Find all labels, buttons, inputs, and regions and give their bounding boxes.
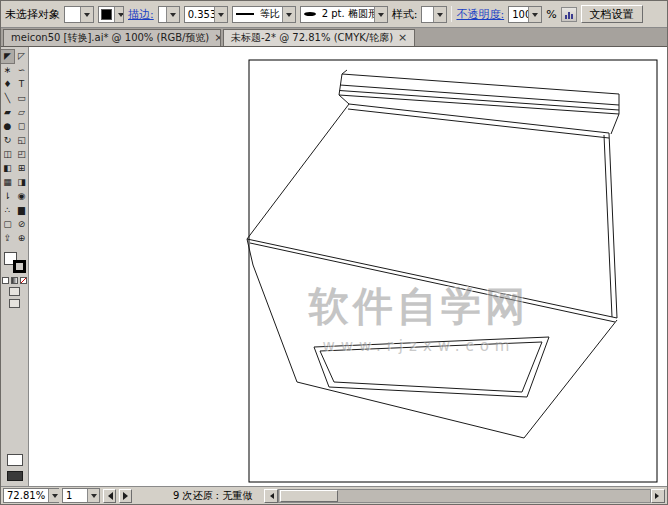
magic-wand-tool[interactable]: ∗ xyxy=(1,64,14,77)
stroke-profile-combo[interactable]: 等比 xyxy=(232,6,296,23)
artwork-wireframe xyxy=(29,47,667,486)
zoom-tool[interactable]: ⊕ xyxy=(15,232,28,245)
dropdown-arrow-icon[interactable] xyxy=(433,7,446,22)
stroke-weight-value: 0.353 xyxy=(185,9,214,20)
paintbrush-tool[interactable]: ▰ xyxy=(1,106,14,119)
line-tool[interactable]: ╲ xyxy=(1,92,14,105)
opacity-combo[interactable]: 100 xyxy=(508,6,542,23)
percent-sign: % xyxy=(546,8,556,21)
shape-builder-tool[interactable]: ◧ xyxy=(1,162,14,175)
tab-label: 未标题-2* @ 72.81% (CMYK/轮廓) xyxy=(231,31,393,45)
change-screen-mode-button[interactable] xyxy=(7,471,23,481)
toolbar-bottom xyxy=(7,454,23,481)
color-button[interactable] xyxy=(2,277,9,284)
fill-stroke-widget xyxy=(4,252,26,273)
right-arrow-icon xyxy=(123,492,132,500)
lasso-tool[interactable]: ∽ xyxy=(15,64,28,77)
horizontal-scrollbar[interactable] xyxy=(264,489,665,503)
rotate-tool[interactable]: ↻ xyxy=(1,134,14,147)
stroke-panel-link[interactable]: 描边: xyxy=(128,7,154,22)
preset-combo[interactable] xyxy=(64,6,94,23)
free-transform-tool[interactable]: ◰ xyxy=(15,148,28,161)
artboard-value: 1 xyxy=(63,490,87,501)
draw-mode-button[interactable] xyxy=(9,287,20,296)
illustrator-window: 未选择对象 描边: 0.353 等比 2 pt. 椭圆形 样式: xyxy=(0,0,668,505)
selection-status: 未选择对象 xyxy=(5,7,60,22)
dropdown-arrow-icon[interactable] xyxy=(80,7,93,22)
symbol-sprayer-tool[interactable]: ∴ xyxy=(1,204,14,217)
wireframe-object[interactable] xyxy=(247,70,619,438)
color-swatch[interactable] xyxy=(7,454,23,466)
bar-icon xyxy=(568,12,570,19)
zoom-combo[interactable]: 72.81% xyxy=(3,488,59,503)
scrollbar-thumb[interactable] xyxy=(280,490,338,502)
dropdown-arrow-icon[interactable] xyxy=(114,7,124,22)
artboard-nav-combo[interactable]: 1 xyxy=(62,488,100,503)
screen-mode-button[interactable] xyxy=(9,299,20,308)
control-bar: 未选择对象 描边: 0.353 等比 2 pt. 椭圆形 样式: xyxy=(1,1,667,28)
stroke-color-combo[interactable] xyxy=(158,6,180,23)
pen-tool[interactable]: ♦ xyxy=(1,78,14,91)
canvas[interactable]: 软件自学网 www.rjzxw.com xyxy=(29,47,667,486)
direct-selection-tool[interactable]: ◸ xyxy=(15,50,28,63)
tab-label: meicon50 [转换].ai* @ 100% (RGB/预览) xyxy=(11,31,209,45)
eraser-tool[interactable]: ◻ xyxy=(15,120,28,133)
rectangle-tool[interactable]: ▭ xyxy=(15,92,28,105)
type-tool[interactable]: T xyxy=(15,78,28,91)
gradient-button[interactable] xyxy=(11,277,18,284)
prev-artboard-button[interactable] xyxy=(103,489,116,503)
next-artboard-button[interactable] xyxy=(119,489,132,503)
document-setup-button[interactable]: 文档设置 xyxy=(581,5,643,23)
stroke-profile-value: 等比 xyxy=(257,7,282,21)
zoom-value: 72.81% xyxy=(4,490,48,501)
document-tab-bar: meicon50 [转换].ai* @ 100% (RGB/预览) × 未标题-… xyxy=(1,28,667,47)
scroll-left-button[interactable] xyxy=(264,489,278,503)
dropdown-arrow-icon[interactable] xyxy=(166,7,179,22)
dropdown-arrow-icon[interactable] xyxy=(282,7,295,22)
paint-mode-row xyxy=(2,277,27,284)
gradient-tool[interactable]: ◨ xyxy=(15,176,28,189)
select-similar-icon[interactable] xyxy=(561,7,577,22)
blob-brush-tool[interactable]: ● xyxy=(1,120,14,133)
brush-preview-icon xyxy=(304,12,316,16)
dropdown-arrow-icon[interactable] xyxy=(214,7,227,22)
stroke-swatch[interactable] xyxy=(13,260,26,273)
stroke-weight-combo[interactable]: 0.353 xyxy=(184,6,228,23)
tab-untitled-2[interactable]: 未标题-2* @ 72.81% (CMYK/轮廓) × xyxy=(223,29,415,46)
perspective-grid-tool[interactable]: ⊞ xyxy=(15,162,28,175)
fill-color-combo[interactable] xyxy=(98,6,124,23)
slice-tool[interactable]: ⊘ xyxy=(15,218,28,231)
column-graph-tool[interactable]: ▆ xyxy=(15,204,28,217)
scrollbar-track[interactable] xyxy=(278,489,651,503)
fill-color-swatch xyxy=(101,9,112,20)
dropdown-arrow-icon[interactable] xyxy=(374,7,387,22)
brush-combo[interactable]: 2 pt. 椭圆形 xyxy=(300,6,388,23)
hand-tool[interactable]: ⇪ xyxy=(1,232,14,245)
stroke-profile-icon xyxy=(236,13,254,15)
tab-meicon50[interactable]: meicon50 [转换].ai* @ 100% (RGB/预览) × xyxy=(3,29,221,46)
close-icon[interactable]: × xyxy=(214,33,221,43)
mesh-tool[interactable]: ▦ xyxy=(1,176,14,189)
left-arrow-icon xyxy=(104,492,113,500)
opacity-panel-link[interactable]: 不透明度: xyxy=(456,7,504,22)
artboard-tool[interactable]: ▢ xyxy=(1,218,14,231)
style-label: 样式: xyxy=(392,7,418,22)
undo-status-text: 9 次还原：无重做 xyxy=(173,489,253,503)
style-combo[interactable] xyxy=(421,6,447,23)
eyedropper-tool[interactable]: ⇂ xyxy=(1,190,14,203)
scroll-right-button[interactable] xyxy=(651,489,665,503)
close-icon[interactable]: × xyxy=(398,33,407,43)
dropdown-arrow-icon[interactable] xyxy=(528,7,541,22)
dropdown-arrow-icon[interactable] xyxy=(87,489,99,502)
main-area: ◤ ◸ ∗ ∽ ♦ T ╲ ▭ ▰ ▱ ● ◻ ↻ ◱ ◫ ◰ ◧ ⊞ ▦ ◨ xyxy=(1,47,667,486)
pencil-tool[interactable]: ▱ xyxy=(15,106,28,119)
width-tool[interactable]: ◫ xyxy=(1,148,14,161)
bar-icon xyxy=(565,15,567,19)
separator xyxy=(451,6,452,22)
blend-tool[interactable]: ◉ xyxy=(15,190,28,203)
scale-tool[interactable]: ◱ xyxy=(15,134,28,147)
tools-panel: ◤ ◸ ∗ ∽ ♦ T ╲ ▭ ▰ ▱ ● ◻ ↻ ◱ ◫ ◰ ◧ ⊞ ▦ ◨ xyxy=(1,47,29,486)
selection-tool[interactable]: ◤ xyxy=(1,50,14,63)
none-button[interactable] xyxy=(20,277,27,284)
dropdown-arrow-icon[interactable] xyxy=(48,489,60,502)
